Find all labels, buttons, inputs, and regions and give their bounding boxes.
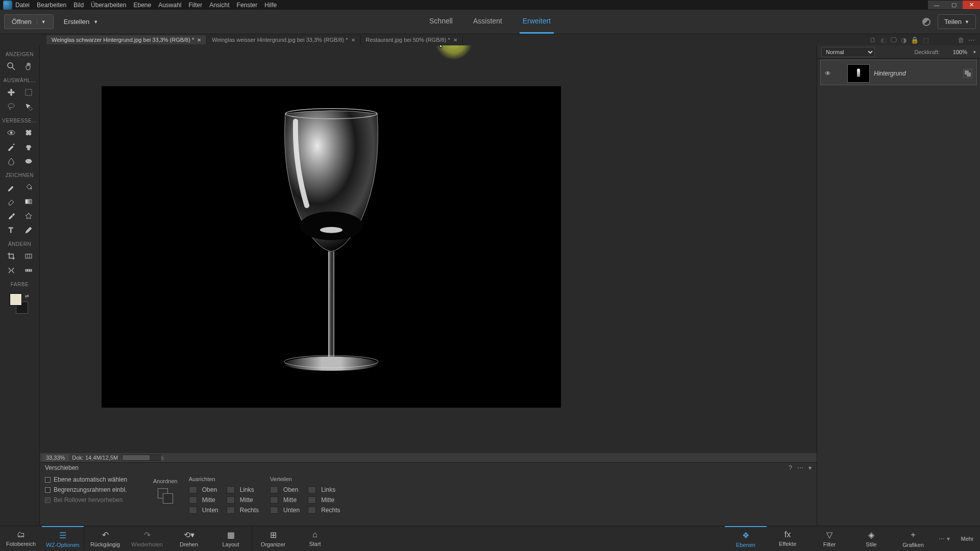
marquee-tool-icon[interactable]: [22, 86, 35, 98]
distribute-right-icon[interactable]: [308, 507, 316, 514]
auto-select-checkbox[interactable]: Ebene automatisch wählen: [45, 476, 142, 483]
menu-filter[interactable]: Filter: [189, 2, 203, 9]
more-button[interactable]: ⋯ ▾: [934, 526, 954, 551]
align-middle-icon[interactable]: [189, 496, 197, 504]
menu-ansicht[interactable]: Ansicht: [209, 2, 229, 9]
eraser-tool-icon[interactable]: [5, 195, 17, 208]
brush-tool-icon[interactable]: [5, 181, 17, 193]
arrange-icon[interactable]: [158, 488, 173, 504]
menu-datei[interactable]: Datei: [15, 2, 30, 9]
menu-icon[interactable]: ⋯: [968, 36, 975, 44]
mode-quick[interactable]: Schnell: [426, 10, 456, 34]
document-tab-2[interactable]: Weinglas weisser Hintergrund.jpg bei 33,…: [207, 35, 360, 44]
close-icon[interactable]: ✕: [351, 37, 355, 43]
undo-button[interactable]: ↶Rückgängig: [84, 526, 126, 551]
mode-guided[interactable]: Assistent: [470, 10, 505, 34]
menu-bearbeiten[interactable]: Bearbeiten: [37, 2, 66, 9]
lock-icon[interactable]: 🔒: [911, 36, 919, 44]
adjustment-icon[interactable]: ◑: [901, 36, 906, 44]
distribute-top-icon[interactable]: [270, 486, 278, 493]
eyedropper-tool-icon[interactable]: [5, 210, 17, 222]
distribute-center-icon[interactable]: [308, 496, 316, 504]
color-swatch[interactable]: ⇄: [10, 293, 30, 314]
gradient-tool-icon[interactable]: [22, 195, 35, 208]
layer-name[interactable]: Hintergrund: [874, 70, 959, 77]
lasso-tool-icon[interactable]: [5, 101, 17, 113]
menu-ueberarbeiten[interactable]: Überarbeiten: [91, 2, 126, 9]
smart-brush-tool-icon[interactable]: [5, 141, 17, 153]
spot-heal-tool-icon[interactable]: [22, 127, 35, 139]
mode-expert[interactable]: Erweitert: [520, 10, 554, 34]
filter-button[interactable]: ▽Filter: [808, 526, 850, 551]
crop-tool-icon[interactable]: [5, 250, 17, 262]
document-canvas[interactable]: [102, 86, 561, 408]
link-icon[interactable]: 🖵: [890, 36, 897, 44]
zoom-level[interactable]: 33,33%: [42, 454, 69, 461]
maximize-button[interactable]: ▢: [945, 1, 963, 9]
paint-bucket-tool-icon[interactable]: [22, 181, 35, 193]
close-icon[interactable]: ✕: [453, 37, 457, 43]
share-button[interactable]: Teilen ▼: [938, 14, 976, 29]
new-icon[interactable]: 🗋: [870, 36, 876, 44]
create-button[interactable]: Erstellen ▼: [64, 18, 99, 26]
close-button[interactable]: ✕: [963, 1, 980, 9]
align-bottom-icon[interactable]: [189, 507, 197, 514]
opacity-value[interactable]: 100%: [947, 49, 967, 55]
theme-toggle-icon[interactable]: [922, 18, 930, 26]
align-center-icon[interactable]: [227, 496, 235, 504]
align-right-icon[interactable]: [227, 507, 235, 514]
layout-button[interactable]: ▦Layout: [210, 526, 252, 551]
distribute-middle-icon[interactable]: [270, 496, 278, 504]
menu-bild[interactable]: Bild: [74, 2, 84, 9]
more-icon[interactable]: ⋯: [797, 464, 803, 471]
trash-icon[interactable]: 🗑: [958, 36, 964, 44]
graphics-button[interactable]: ＋Grafiken: [892, 526, 934, 551]
layer-lock-icon[interactable]: [963, 69, 972, 78]
chevron-down-icon[interactable]: ▾: [973, 49, 976, 55]
blur-tool-icon[interactable]: [5, 155, 17, 167]
canvas-view[interactable]: [40, 45, 817, 453]
help-icon[interactable]: ?: [789, 464, 792, 471]
blend-mode-select[interactable]: Normal: [821, 47, 875, 57]
home-button[interactable]: ⌂Start: [294, 526, 336, 551]
more-label-button[interactable]: Mehr: [954, 526, 980, 551]
menu-ebene[interactable]: Ebene: [133, 2, 151, 9]
effects-button[interactable]: fxEffekte: [767, 526, 808, 551]
menu-auswahl[interactable]: Auswahl: [158, 2, 181, 9]
mask-icon[interactable]: ◐: [880, 36, 886, 44]
move-tool-icon[interactable]: [5, 86, 17, 98]
pencil-tool-icon[interactable]: [22, 224, 35, 236]
document-tab-3[interactable]: Restaurant.jpg bei 50% (RGB/8) * ✕: [361, 35, 463, 44]
open-button[interactable]: Öffnen ▼: [4, 14, 54, 29]
align-left-icon[interactable]: [227, 486, 235, 493]
layer-row[interactable]: 👁 ⬚ Hintergrund: [821, 62, 976, 85]
shape-tool-icon[interactable]: [22, 210, 35, 222]
layer-chain-icon[interactable]: ⬚: [836, 70, 843, 77]
menu-hilfe[interactable]: Hilfe: [264, 2, 277, 9]
tool-options-button[interactable]: ☰WZ-Optionen: [42, 526, 84, 551]
menu-fenster[interactable]: Fenster: [237, 2, 258, 9]
swap-colors-icon[interactable]: ⇄: [25, 293, 29, 298]
minimize-button[interactable]: —: [928, 1, 945, 9]
content-aware-tool-icon[interactable]: [5, 264, 17, 277]
foreground-color[interactable]: [10, 293, 22, 306]
layer-visibility-icon[interactable]: 👁: [825, 70, 832, 77]
document-tab-1[interactable]: Weinglas schwarzer Hintergrund.jpg bei 3…: [46, 35, 207, 44]
text-tool-icon[interactable]: T: [5, 224, 17, 236]
chevron-down-icon[interactable]: ▼: [37, 19, 46, 24]
sponge-tool-icon[interactable]: [22, 155, 35, 167]
zoom-tool-icon[interactable]: [5, 60, 17, 72]
scratch-status[interactable]: [122, 455, 162, 461]
close-icon[interactable]: ✕: [197, 37, 201, 43]
recompose-tool-icon[interactable]: [22, 250, 35, 262]
clone-tool-icon[interactable]: [22, 141, 35, 153]
rotate-button[interactable]: ⟲▾Drehen: [168, 526, 210, 551]
collapse-icon[interactable]: ▾: [808, 464, 812, 471]
effects-icon[interactable]: ⬚: [923, 36, 929, 44]
styles-button[interactable]: ◈Stile: [850, 526, 892, 551]
bounding-box-checkbox[interactable]: Begrenzungsrahmen einbl.: [45, 486, 142, 493]
layer-thumbnail[interactable]: [847, 64, 870, 83]
quick-select-tool-icon[interactable]: [22, 101, 35, 113]
layers-button[interactable]: ❖Ebenen: [725, 526, 767, 551]
photobin-button[interactable]: 🗂Fotobereich: [0, 526, 42, 551]
